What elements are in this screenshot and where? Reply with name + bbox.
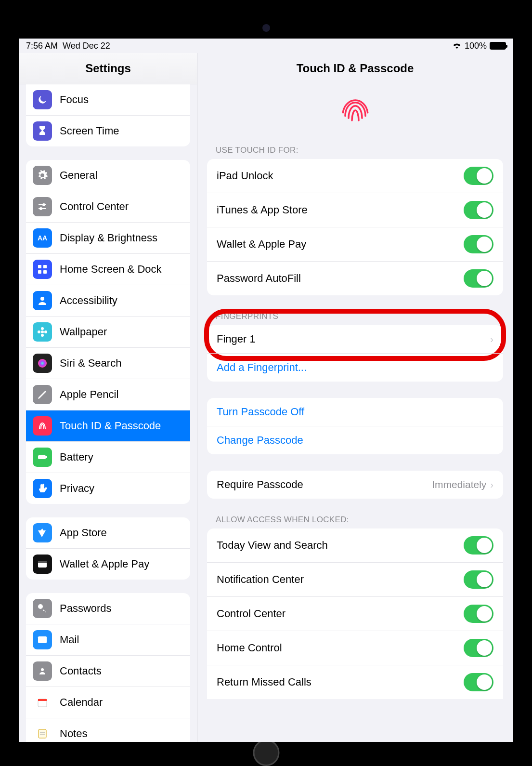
sidebar-item-passwords[interactable]: Passwords — [26, 593, 190, 624]
sidebar-item-label: Wallet & Apple Pay — [60, 558, 149, 570]
require-passcode-row[interactable]: Require Passcode Immediately › — [207, 471, 503, 499]
notes-icon — [33, 724, 52, 742]
sidebar-item-touchid[interactable]: Touch ID & Passcode — [26, 410, 190, 442]
passcode-action-label: Turn Passcode Off — [217, 406, 304, 418]
usefor-3-toggle[interactable] — [464, 269, 493, 288]
sidebar-item-label: Focus — [60, 93, 89, 106]
svg-point-20 — [41, 668, 44, 671]
siri-icon — [33, 354, 52, 373]
status-date: Wed Dec 22 — [63, 41, 110, 51]
sidebar-item-label: Screen Time — [60, 125, 119, 137]
usefor-0-row[interactable]: iPad Unlock — [207, 159, 503, 193]
usefor-1-label: iTunes & App Store — [217, 204, 308, 216]
sidebar-item-app-store[interactable]: App Store — [26, 517, 190, 549]
fingerprint-row-1[interactable]: Add a Fingerprint... — [207, 354, 503, 382]
sidebar-item-mail[interactable]: Mail — [26, 624, 190, 656]
allow-0-row[interactable]: Today View and Search — [207, 528, 503, 563]
sidebar-item-accessibility[interactable]: Accessibility — [26, 285, 190, 317]
hand-icon — [33, 479, 52, 498]
svg-rect-14 — [38, 455, 46, 459]
sidebar-item-label: Home Screen & Dock — [60, 263, 162, 276]
allow-4-toggle[interactable] — [464, 673, 493, 691]
detail-title: Touch ID & Passcode — [197, 53, 513, 84]
usefor-1-toggle[interactable] — [464, 201, 493, 219]
passcode-action-1[interactable]: Change Passcode — [207, 426, 503, 454]
allow-2-label: Control Center — [217, 608, 285, 620]
sidebar-item-privacy[interactable]: Privacy — [26, 473, 190, 504]
allow-2-toggle[interactable] — [464, 605, 493, 623]
sidebar-item-label: Touch ID & Passcode — [60, 420, 161, 432]
sidebar-item-pencil[interactable]: Apple Pencil — [26, 379, 190, 410]
usefor-2-toggle[interactable] — [464, 235, 493, 253]
flower-icon — [33, 322, 52, 342]
chevron-right-icon: › — [490, 334, 493, 345]
home-button[interactable] — [253, 740, 279, 766]
allow-3-label: Home Control — [217, 642, 282, 654]
allow-0-toggle[interactable] — [464, 536, 493, 555]
allow-0-label: Today View and Search — [217, 539, 328, 552]
sidebar-item-label: Wallpaper — [60, 326, 107, 338]
allow-4-label: Return Missed Calls — [217, 676, 311, 688]
sidebar-item-label: General — [60, 169, 97, 182]
svg-point-9 — [41, 327, 44, 330]
usefor-1-row[interactable]: iTunes & App Store — [207, 193, 503, 227]
usefor-0-label: iPad Unlock — [217, 170, 273, 182]
sidebar-item-control-center[interactable]: Control Center — [26, 191, 190, 223]
usefor-2-row[interactable]: Wallet & Apple Pay — [207, 227, 503, 262]
usefor-0-toggle[interactable] — [464, 167, 493, 185]
svg-rect-6 — [43, 270, 47, 274]
require-passcode-value: Immediately — [432, 479, 486, 490]
sidebar-item-calendar[interactable]: Calendar — [26, 687, 190, 718]
allow-1-toggle[interactable] — [464, 570, 493, 589]
sidebar-item-wallpaper[interactable]: Wallpaper — [26, 317, 190, 348]
sidebar-item-notes[interactable]: Notes — [26, 718, 190, 742]
sidebar-item-wallet[interactable]: Wallet & Apple Pay — [26, 549, 190, 580]
sidebar-item-general[interactable]: General — [26, 160, 190, 191]
svg-point-12 — [44, 330, 47, 333]
svg-point-8 — [41, 330, 44, 333]
sliders-icon — [33, 197, 52, 216]
fingerprint-row-0[interactable]: Finger 1› — [207, 325, 503, 354]
sidebar-item-label: Accessibility — [60, 294, 117, 307]
hourglass-icon — [33, 121, 52, 141]
mail-icon — [33, 630, 52, 649]
sidebar-item-focus[interactable]: Focus — [26, 84, 190, 116]
allow-1-label: Notification Center — [217, 573, 304, 586]
section-label-usefor: USE TOUCH ID FOR: — [207, 145, 503, 159]
section-label-allow: ALLOW ACCESS WHEN LOCKED: — [207, 515, 503, 528]
allow-2-row[interactable]: Control Center — [207, 597, 503, 631]
allow-3-row[interactable]: Home Control — [207, 631, 503, 665]
svg-point-10 — [41, 334, 44, 337]
person-icon — [33, 291, 52, 310]
svg-point-7 — [40, 297, 44, 301]
sidebar-item-label: Mail — [60, 634, 79, 646]
sidebar-item-screen-time[interactable]: Screen Time — [26, 116, 190, 146]
sidebar-item-label: Calendar — [60, 696, 103, 709]
battery-icon — [490, 42, 506, 50]
allow-1-row[interactable]: Notification Center — [207, 563, 503, 597]
sidebar-item-siri[interactable]: Siri & Search — [26, 348, 190, 379]
chevron-right-icon: › — [490, 479, 493, 490]
svg-rect-4 — [43, 265, 47, 268]
passcode-action-0[interactable]: Turn Passcode Off — [207, 398, 503, 426]
sidebar-item-contacts[interactable]: Contacts — [26, 656, 190, 687]
passcode-action-label: Change Passcode — [217, 434, 303, 447]
sidebar-item-label: Notes — [60, 727, 87, 740]
sidebar-item-home-screen[interactable]: Home Screen & Dock — [26, 254, 190, 285]
calendar-icon — [33, 693, 52, 712]
svg-rect-23 — [39, 729, 46, 738]
svg-point-1 — [39, 207, 42, 210]
usefor-3-row[interactable]: Password AutoFill — [207, 262, 503, 295]
sidebar-item-label: Apple Pencil — [60, 388, 118, 401]
section-label-fingerprints: FINGERPRINTS — [207, 312, 503, 325]
allow-3-toggle[interactable] — [464, 639, 493, 657]
gear-icon — [33, 166, 52, 185]
sidebar-item-display[interactable]: AADisplay & Brightness — [26, 223, 190, 254]
sidebar-item-battery[interactable]: Battery — [26, 442, 190, 473]
fingerprint-label: Add a Fingerprint... — [217, 361, 307, 374]
sidebar-item-label: Privacy — [60, 482, 94, 495]
sidebar-item-label: Contacts — [60, 665, 102, 677]
sidebar-item-label: Passwords — [60, 602, 112, 615]
svg-point-13 — [38, 359, 47, 368]
allow-4-row[interactable]: Return Missed Calls — [207, 665, 503, 699]
